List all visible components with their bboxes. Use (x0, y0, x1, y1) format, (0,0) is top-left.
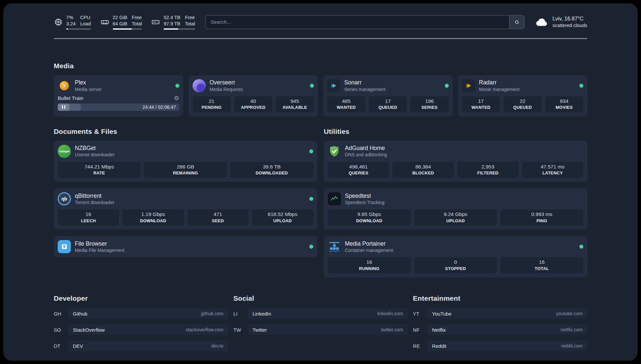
bookmark-name: Reddit (432, 343, 446, 349)
bookmark-domain: linkedin.com (378, 311, 403, 316)
dashboard-page: 7% 3.24 CPU Load (3, 3, 638, 361)
bookmark-domain: stackoverflow.com (186, 327, 223, 332)
stat-queries: 498,461 QUERIES (328, 162, 389, 178)
stat-label: LATENCY (523, 171, 582, 175)
weather-widget[interactable]: Lviv, 16.87°C scattered clouds (534, 15, 587, 29)
stat-label: REMAINING (145, 171, 226, 175)
stat-label: DOWNLOAD (124, 219, 182, 223)
search-input[interactable] (205, 19, 525, 25)
service-subtitle: Media File Management (75, 248, 124, 253)
radarr-icon (462, 79, 475, 92)
bookmark-link-youtube[interactable]: YouTube youtube.com (427, 308, 587, 319)
bookmark-row-twitter: TW Twitter twitter.com (233, 324, 408, 335)
stat-label: LEECH (59, 219, 118, 223)
cpu-load-label: Load (80, 21, 91, 27)
top-bar: 7% 3.24 CPU Load (54, 3, 587, 30)
bookmark-domain: github.com (201, 311, 223, 316)
service-card-radarr[interactable]: Radarr Movie management 17 WANTED 22 QUE… (458, 75, 588, 116)
stat-approved: 40 APPROVED (234, 96, 272, 112)
search-engine-button[interactable]: G (509, 15, 524, 29)
bookmark-link-netflix[interactable]: Netflix netflix.com (427, 324, 587, 335)
system-resources: 7% 3.24 CPU Load (54, 15, 195, 30)
disk-total-value: 97.9 TB (164, 21, 180, 27)
bookmark-link-dev[interactable]: DEV dev.to (68, 341, 228, 351)
bookmark-name: YouTube (432, 311, 451, 317)
bookmark-link-twitter[interactable]: Twitter twitter.com (248, 324, 408, 335)
stat-latency: 47.571 ms LATENCY (522, 162, 583, 178)
memory-usage-fill (113, 28, 132, 30)
bookmark-name: Github (73, 311, 87, 317)
stat-blocked: 86,384 BLOCKED (392, 162, 454, 178)
service-card-sonarr[interactable]: Sonarr Series management 485 WANTED 17 Q… (323, 75, 453, 116)
bookmark-row-linkedin: LI LinkedIn linkedin.com (233, 308, 408, 319)
service-card-speedtest[interactable]: Speedtest Speedtest Tracking 9.65 Gbps D… (324, 188, 587, 229)
utilities-section: Utilities (324, 128, 587, 278)
disk-free-label: Free (185, 15, 195, 21)
stat-value: 47.571 ms (523, 164, 582, 170)
service-name: Overseerr (210, 79, 243, 86)
adguard-icon (328, 145, 341, 158)
stat-upload: 618.52 Mbps UPLOAD (252, 209, 313, 226)
service-name: Plex (75, 79, 102, 86)
bookmark-abbr: TW (233, 327, 248, 333)
bookmark-link-linkedin[interactable]: LinkedIn linkedin.com (248, 308, 408, 319)
stat-queued: 17 QUEUED (369, 96, 407, 112)
social-bookmarks-section: Social LI LinkedIn linkedin.com TW Twitt… (233, 294, 408, 351)
social-section-title: Social (233, 294, 408, 302)
service-stats: 16 LEECH 1.19 Gbps DOWNLOAD 471 SEED (58, 209, 313, 226)
plex-icon (58, 79, 71, 92)
gear-icon[interactable]: ⚙ (174, 95, 179, 101)
stat-label: AVAILABLE (277, 105, 313, 110)
now-playing-title: Bullet Train (58, 95, 83, 101)
service-card-plex[interactable]: Plex Media server Bullet Train ⚙ (54, 75, 183, 116)
stat-ping: 0.993 ms PING (500, 209, 583, 226)
status-dot (175, 84, 179, 88)
service-card-adguard[interactable]: AdGuard Home DNS and adblocking 498,461 … (324, 141, 587, 182)
stat-label: STOPPED (415, 266, 496, 271)
documents-files-section: Documents & Files nzbget NZBGet Usenet d… (54, 128, 317, 258)
service-stats: 9.65 Gbps DOWNLOAD 9.24 Gbps UPLOAD 0.99… (328, 209, 583, 226)
service-subtitle: Container management (345, 248, 393, 253)
stat-value: 1.19 Gbps (124, 211, 182, 218)
entertainment-section-title: Entertainment (413, 294, 587, 302)
bookmark-link-reddit[interactable]: Reddit reddit.com (427, 341, 587, 351)
stat-movies: 834 MOVIES (545, 96, 583, 112)
bookmark-abbr: NF (413, 327, 427, 333)
service-subtitle: Usenet downloader (75, 152, 115, 157)
stat-label: QUEUED (370, 105, 406, 110)
bookmark-link-stackoverflow[interactable]: StackOverflow stackoverflow.com (68, 324, 228, 335)
bookmark-abbr: YT (413, 311, 427, 317)
disk-usage-fill (164, 28, 178, 30)
developer-bookmarks-section: Developer GH Github github.com SO StackO… (54, 294, 228, 351)
cpu-load-value: 3.24 (66, 21, 76, 27)
stat-label: BLOCKED (394, 171, 452, 175)
service-name: Sonarr (344, 79, 385, 86)
status-dot (309, 245, 313, 249)
service-card-overseerr[interactable]: Overseerr Media Requests 21 PENDING 40 A… (189, 75, 318, 116)
stat-download: 9.65 Gbps DOWNLOAD (328, 209, 411, 226)
stat-download: 1.19 Gbps DOWNLOAD (122, 209, 184, 226)
stat-value: 0.993 ms (502, 211, 582, 218)
sonarr-icon (327, 79, 340, 92)
bookmark-link-github[interactable]: Github github.com (68, 308, 228, 319)
bookmark-row-dev: DT DEV dev.to (54, 341, 228, 351)
service-card-portainer[interactable]: Media Portainer Container management 16 … (324, 236, 587, 277)
stat-label: SERIES (412, 105, 447, 110)
bookmark-domain: dev.to (211, 343, 224, 349)
service-stats: 16 RUNNING 0 STOPPED 16 TOTAL (328, 257, 583, 273)
service-card-nzbget[interactable]: nzbget NZBGet Usenet downloader 744.21 M… (54, 141, 317, 182)
service-card-filebrowser[interactable]: File Browser Media File Management (54, 236, 317, 257)
bookmark-name: LinkedIn (253, 311, 271, 317)
stat-label: MOVIES (546, 105, 582, 110)
stat-pending: 21 PENDING (193, 96, 231, 112)
disk-icon (151, 17, 160, 27)
stat-label: WANTED (463, 105, 499, 110)
weather-location-temp: Lviv, 16.87°C (552, 15, 587, 22)
service-subtitle: Torrent downloader (75, 200, 114, 205)
stat-value: 9.24 Gbps (415, 211, 496, 218)
pause-icon[interactable] (58, 104, 70, 111)
service-stats: 744.21 Mbps RATE 266 GB REMAINING 39.6 T… (58, 162, 313, 178)
playback-progress-bar[interactable]: 24:44 / 02:06:47 (58, 104, 179, 111)
service-card-qbittorrent[interactable]: qb qBittorrent Torrent downloader 16 (54, 188, 317, 229)
disk-free-value: 52.4 TB (164, 15, 180, 21)
